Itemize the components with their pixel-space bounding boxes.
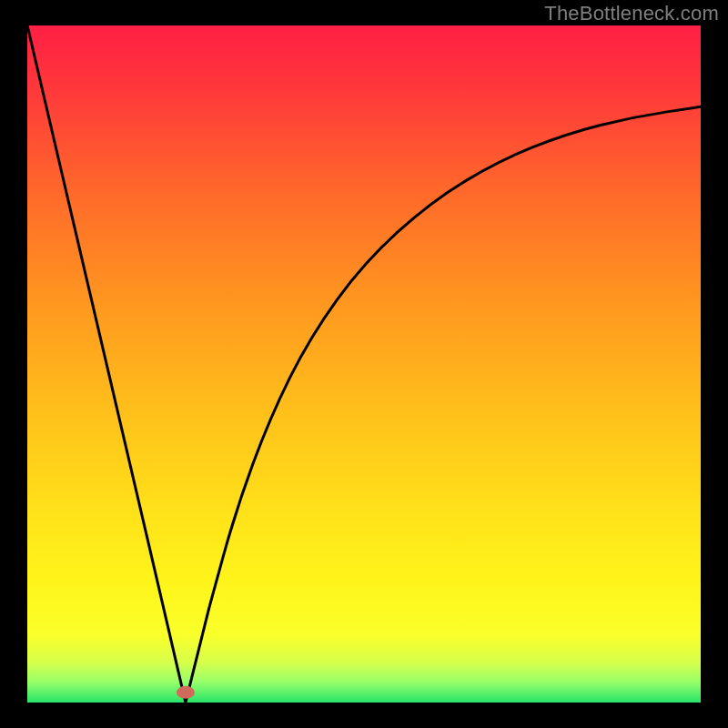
minimum-marker	[177, 686, 195, 699]
plot-svg	[27, 25, 701, 703]
chart-stage: TheBottleneck.com	[0, 0, 728, 728]
plot-frame	[27, 25, 701, 703]
attribution-text: TheBottleneck.com	[544, 2, 719, 25]
gradient-background	[27, 25, 701, 703]
